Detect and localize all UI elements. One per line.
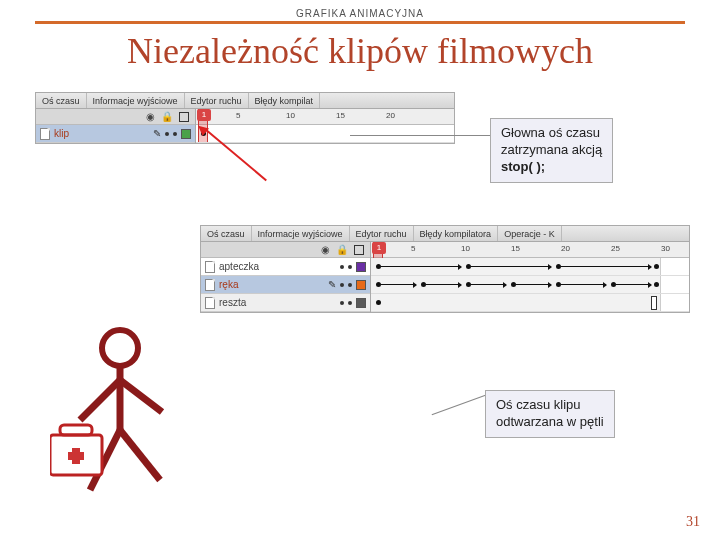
color-swatch[interactable] xyxy=(181,129,191,139)
tween xyxy=(471,284,506,285)
frame-row[interactable] xyxy=(371,294,689,312)
vis-dot xyxy=(340,301,344,305)
eye-icon[interactable]: ◉ xyxy=(146,111,155,122)
layer-header: ◉ 🔒 xyxy=(36,109,195,125)
frame-row[interactable] xyxy=(196,125,454,143)
layer-name: apteczka xyxy=(219,261,336,272)
timeline-panel-main: Oś czasu Informacje wyjściowe Edytor ruc… xyxy=(35,92,455,144)
frames-area[interactable]: 5 10 15 20 1 xyxy=(196,109,454,143)
tween xyxy=(616,284,651,285)
svg-line-3 xyxy=(120,380,162,412)
vis-dot xyxy=(340,283,344,287)
tween xyxy=(381,284,416,285)
frame-ruler: 5 10 15 20 xyxy=(196,109,454,125)
svg-rect-9 xyxy=(68,452,84,460)
lock-icon[interactable]: 🔒 xyxy=(336,244,348,255)
page-title: Niezależność klipów filmowych xyxy=(0,30,720,72)
callout-connector xyxy=(350,135,490,136)
tab-bledy[interactable]: Błędy kompilat xyxy=(249,93,321,108)
tab-edytor[interactable]: Edytor ruchu xyxy=(350,226,414,241)
callout-clip-axis: Oś czasu klipu odtwarzana w pętli xyxy=(485,390,615,438)
layer-column: ◉ 🔒 klip ✎ xyxy=(36,109,196,143)
tween xyxy=(426,284,461,285)
lock-dot xyxy=(173,132,177,136)
layer-type-icon xyxy=(205,261,215,273)
pencil-icon: ✎ xyxy=(153,128,161,139)
tween xyxy=(381,266,461,267)
svg-line-2 xyxy=(80,380,120,420)
layer-type-icon xyxy=(205,279,215,291)
layer-row-apteczka[interactable]: apteczka xyxy=(201,258,370,276)
layer-row-reszta[interactable]: reszta xyxy=(201,294,370,312)
lock-icon[interactable]: 🔒 xyxy=(161,111,173,122)
layer-column: ◉ 🔒 apteczka ręka ✎ reszta xyxy=(201,242,371,312)
lock-dot xyxy=(348,265,352,269)
stick-figure-illustration xyxy=(50,320,210,510)
timeline-tabs: Oś czasu Informacje wyjściowe Edytor ruc… xyxy=(201,226,689,242)
outline-icon[interactable] xyxy=(179,112,189,122)
tween xyxy=(471,266,551,267)
playhead-label: 1 xyxy=(372,242,386,254)
frame-ruler: 5 10 15 20 25 30 xyxy=(371,242,689,258)
svg-rect-7 xyxy=(60,425,92,435)
frames-area[interactable]: 5 10 15 20 25 30 1 xyxy=(371,242,689,312)
vis-dot xyxy=(340,265,344,269)
outline-icon[interactable] xyxy=(354,245,364,255)
layer-name: ręka xyxy=(219,279,324,290)
pencil-icon: ✎ xyxy=(328,279,336,290)
tab-bledy[interactable]: Błędy kompilatora xyxy=(414,226,499,241)
callout-connector xyxy=(432,394,489,415)
end-frame[interactable] xyxy=(651,296,657,310)
tab-os-czasu[interactable]: Oś czasu xyxy=(201,226,252,241)
layer-row-klip[interactable]: klip ✎ xyxy=(36,125,195,143)
timeline-panel-clip: Oś czasu Informacje wyjściowe Edytor ruc… xyxy=(200,225,690,313)
layer-name: klip xyxy=(54,128,149,139)
frame-row[interactable] xyxy=(371,276,689,294)
color-swatch[interactable] xyxy=(356,298,366,308)
page-number: 31 xyxy=(686,514,700,530)
layer-name: reszta xyxy=(219,297,336,308)
svg-point-0 xyxy=(102,330,138,366)
tab-info[interactable]: Informacje wyjściowe xyxy=(87,93,185,108)
keyframe[interactable] xyxy=(654,282,659,287)
keyframe[interactable] xyxy=(654,264,659,269)
layer-row-reka[interactable]: ręka ✎ xyxy=(201,276,370,294)
lock-dot xyxy=(348,283,352,287)
lock-dot xyxy=(348,301,352,305)
tab-operacje[interactable]: Operacje - K xyxy=(498,226,562,241)
vis-dot xyxy=(165,132,169,136)
playhead-label: 1 xyxy=(197,109,211,121)
color-swatch[interactable] xyxy=(356,262,366,272)
layer-type-icon xyxy=(205,297,215,309)
timeline-tabs: Oś czasu Informacje wyjściowe Edytor ruc… xyxy=(36,93,454,109)
eye-icon[interactable]: ◉ xyxy=(321,244,330,255)
svg-line-5 xyxy=(120,430,160,480)
callout-main-axis: Głowna oś czasu zatrzymana akcją stop( )… xyxy=(490,118,613,183)
tween xyxy=(516,284,551,285)
tab-os-czasu[interactable]: Oś czasu xyxy=(36,93,87,108)
frame-row[interactable] xyxy=(371,258,689,276)
color-swatch[interactable] xyxy=(356,280,366,290)
tween xyxy=(561,266,651,267)
tween xyxy=(561,284,606,285)
kicker: GRAFIKA ANIMACYJNA xyxy=(35,0,685,24)
layer-header: ◉ 🔒 xyxy=(201,242,370,258)
tab-edytor[interactable]: Edytor ruchu xyxy=(185,93,249,108)
layer-type-icon xyxy=(40,128,50,140)
tab-info[interactable]: Informacje wyjściowe xyxy=(252,226,350,241)
keyframe[interactable] xyxy=(376,300,381,305)
